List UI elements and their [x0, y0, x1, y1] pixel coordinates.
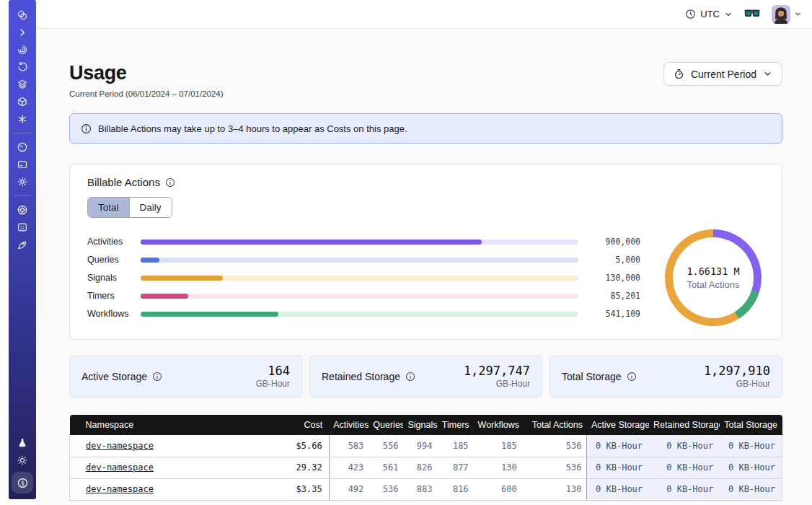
history-clock-icon	[17, 61, 28, 73]
info-icon	[81, 123, 92, 134]
sidebar-item-settings[interactable]	[12, 173, 32, 190]
col-activities: Activities	[329, 415, 369, 435]
cell-queries: 536	[369, 478, 403, 500]
rocket-icon	[17, 239, 28, 250]
billable-actions-card: Billable Actions Total Daily Activities …	[69, 164, 782, 340]
table-row: dev-namespace 29.32 423 561 826 877 130 …	[70, 457, 782, 478]
cell-activities: 583	[329, 435, 369, 457]
tab-daily[interactable]: Daily	[129, 198, 172, 217]
sidebar-item-support[interactable]	[12, 201, 32, 219]
cell-retained-storage: 0 KB-Hour	[649, 435, 720, 457]
bar-value: 541,109	[590, 309, 640, 319]
info-icon[interactable]	[165, 177, 175, 188]
bar-fill	[141, 294, 188, 299]
col-retained-storage: Retained Storage	[649, 415, 720, 435]
bar-label: Queries	[87, 255, 141, 265]
cell-cost: $3.35	[257, 478, 329, 500]
pricing-coin-icon: $	[17, 477, 29, 489]
app-window: $ UTC Usage Current Period (06/01/2024 –…	[0, 0, 812, 505]
cube-icon	[17, 96, 28, 107]
bar-row-signals: Signals 130,000	[87, 269, 640, 287]
info-banner: Billable Actions may take up to 3–4 hour…	[69, 113, 782, 144]
sidebar-divider	[14, 196, 31, 196]
sidebar-item-collapse[interactable]	[12, 24, 32, 41]
svg-text:$: $	[21, 480, 25, 486]
total-actions-value: 1.66131 M	[687, 265, 739, 277]
asterisk-icon	[17, 113, 28, 125]
cell-signals: 994	[403, 435, 437, 457]
info-icon[interactable]	[627, 372, 637, 382]
namespace-link[interactable]: dev-namespace	[86, 484, 154, 494]
bar-track	[141, 258, 578, 263]
sidebar-item-labs[interactable]	[12, 434, 32, 452]
active-storage-card: Active Storage 164 GB-Hour	[69, 356, 302, 398]
cell-cost: 29.32	[257, 457, 329, 478]
chevron-down-icon	[794, 10, 802, 18]
billing-card-icon	[17, 159, 28, 170]
gauge-icon	[17, 141, 28, 153]
retained-storage-unit: GB-Hour	[464, 379, 530, 389]
sidebar-item-cube[interactable]	[12, 93, 32, 110]
period-button-label: Current Period	[691, 69, 756, 80]
tab-total[interactable]: Total	[88, 198, 129, 217]
cell-queries: 561	[369, 457, 403, 478]
cell-workflows: 600	[474, 478, 522, 500]
cell-total-storage: 0 KB-Hour	[720, 457, 782, 478]
namespace-link[interactable]: dev-namespace	[86, 462, 154, 473]
sidebar-item-getting-started[interactable]	[12, 236, 32, 253]
sidebar-item-feedback[interactable]	[12, 219, 32, 236]
user-menu[interactable]	[772, 5, 802, 24]
col-queries: Queries	[369, 415, 403, 435]
nerd-glasses-icon[interactable]	[744, 9, 760, 19]
cell-activities: 423	[329, 457, 369, 478]
cell-total-storage: 0 KB-Hour	[720, 435, 782, 457]
cell-total-actions: 536	[522, 435, 587, 457]
bar-label: Signals	[87, 273, 141, 283]
sidebar-item-nexus[interactable]	[12, 110, 32, 128]
bar-track	[141, 276, 578, 281]
info-icon[interactable]	[405, 372, 415, 382]
bar-fill	[141, 312, 278, 317]
sidebar-item-layers[interactable]	[12, 76, 32, 93]
timezone-selector[interactable]: UTC	[685, 9, 733, 19]
cell-total-storage: 0 KB-Hour	[720, 478, 782, 500]
col-namespace: Namespace	[70, 415, 257, 435]
bar-track	[141, 294, 578, 299]
col-total-storage: Total Storage	[720, 415, 782, 435]
col-workflows: Workflows	[474, 415, 522, 435]
retained-storage-card: Retained Storage 1,297,747 GB-Hour	[309, 356, 542, 398]
period-dropdown-button[interactable]: Current Period	[663, 62, 782, 86]
cell-activities: 492	[329, 478, 369, 500]
support-lifebuoy-icon	[17, 204, 28, 216]
sidebar-item-home[interactable]	[12, 6, 32, 24]
bar-value: 130,000	[590, 273, 640, 283]
page-subtitle: Current Period (06/01/2024 – 07/01/2024)	[69, 89, 224, 98]
bar-fill	[141, 258, 159, 263]
bar-label: Workflows	[87, 309, 141, 319]
cell-queries: 556	[369, 435, 403, 457]
retained-storage-label: Retained Storage	[322, 371, 400, 382]
sidebar-divider	[14, 133, 31, 133]
sidebar-item-usage[interactable]	[12, 139, 32, 156]
chevron-down-icon	[763, 69, 772, 79]
sidebar-item-pricing[interactable]: $	[12, 472, 33, 493]
sidebar-item-namespaces[interactable]	[12, 41, 32, 58]
cell-timers: 877	[438, 457, 474, 478]
active-storage-label: Active Storage	[81, 371, 147, 382]
namespace-link[interactable]: dev-namespace	[86, 441, 154, 451]
col-timers: Timers	[438, 415, 474, 435]
namespace-usage-table: Namespace Cost Activities Queries Signal…	[69, 415, 782, 501]
total-daily-toggle: Total Daily	[87, 197, 172, 218]
bar-row-timers: Timers 85,201	[87, 287, 640, 305]
info-icon[interactable]	[152, 372, 162, 382]
sidebar-item-billing[interactable]	[12, 156, 32, 173]
sidebar: $	[9, 0, 36, 499]
bar-value: 900,000	[590, 237, 640, 247]
labs-flask-icon	[17, 437, 28, 449]
cell-workflows: 130	[474, 457, 522, 478]
sidebar-item-history[interactable]	[12, 58, 32, 76]
sidebar-item-theme[interactable]	[12, 452, 32, 469]
usage-page: Usage Current Period (06/01/2024 – 07/01…	[36, 29, 812, 505]
bar-label: Activities	[87, 237, 141, 247]
bar-track	[141, 240, 578, 245]
